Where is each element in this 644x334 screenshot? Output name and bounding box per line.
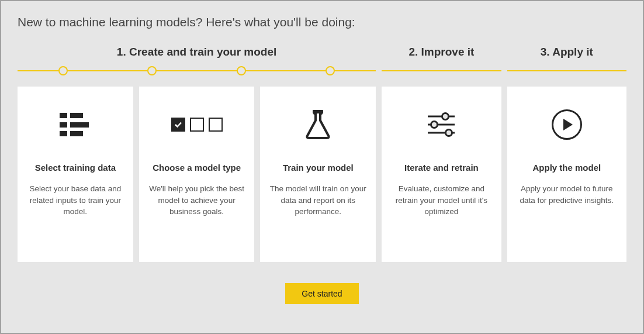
flask-icon — [304, 109, 331, 140]
card-description: Evaluate, customize and retrain your mod… — [391, 183, 491, 218]
checkbox-icon — [171, 109, 223, 140]
card-title: Select training data — [35, 163, 116, 173]
list-icon — [60, 109, 91, 140]
cards-row-2: Iterate and retrain Evaluate, customize … — [382, 87, 501, 262]
step-node-2 — [147, 66, 157, 75]
get-started-button[interactable]: Get started — [285, 283, 358, 304]
step-group-apply: 3. Apply it Apply the model Apply your m… — [507, 46, 626, 262]
card-description: The model will train on your data and re… — [269, 183, 366, 218]
step-header-3: 3. Apply it — [507, 46, 626, 58]
sliders-icon — [425, 109, 457, 140]
card-title: Apply the model — [532, 163, 601, 173]
card-train-model: Train your model The model will train on… — [260, 87, 376, 262]
ml-onboarding-panel: New to machine learning models? Here's w… — [0, 0, 644, 334]
svg-point-6 — [446, 130, 452, 136]
step-header-1: 1. Create and train your model — [18, 46, 376, 58]
step-progress-3 — [507, 66, 626, 76]
step-header-2: 2. Improve it — [382, 46, 501, 58]
steps-row: 1. Create and train your model — [18, 46, 626, 262]
action-row: Get started — [18, 283, 626, 304]
svg-point-2 — [442, 113, 449, 120]
step-progress-2 — [382, 66, 501, 76]
svg-point-4 — [431, 122, 438, 128]
card-apply-model: Apply the model Apply your model to futu… — [507, 87, 626, 262]
step-node-1 — [58, 66, 68, 75]
card-title: Train your model — [283, 163, 354, 173]
card-description: Select your base data and related inputs… — [27, 183, 124, 218]
cards-row-3: Apply the model Apply your model to futu… — [507, 87, 626, 262]
svg-rect-0 — [313, 110, 323, 113]
card-description: Apply your model to future data for pred… — [517, 183, 617, 206]
play-icon — [552, 109, 582, 140]
step-group-create-train: 1. Create and train your model — [18, 46, 376, 262]
step-progress-nodes — [18, 66, 376, 76]
step-node-4 — [326, 66, 335, 75]
card-title: Iterate and retrain — [404, 163, 479, 173]
card-iterate-retrain: Iterate and retrain Evaluate, customize … — [382, 87, 501, 262]
cards-row-1: Select training data Select your base da… — [18, 87, 376, 262]
card-description: We'll help you pick the best model to ac… — [148, 183, 245, 218]
step-group-improve: 2. Improve it — [382, 46, 501, 262]
intro-heading: New to machine learning models? Here's w… — [18, 15, 626, 29]
card-title: Choose a model type — [153, 163, 241, 173]
step-progress-1 — [18, 66, 376, 76]
step-progress-line — [382, 70, 501, 71]
card-select-training-data: Select training data Select your base da… — [18, 87, 133, 262]
step-progress-line — [507, 70, 626, 71]
step-node-3 — [237, 66, 246, 75]
card-choose-model-type: Choose a model type We'll help you pick … — [139, 87, 255, 262]
